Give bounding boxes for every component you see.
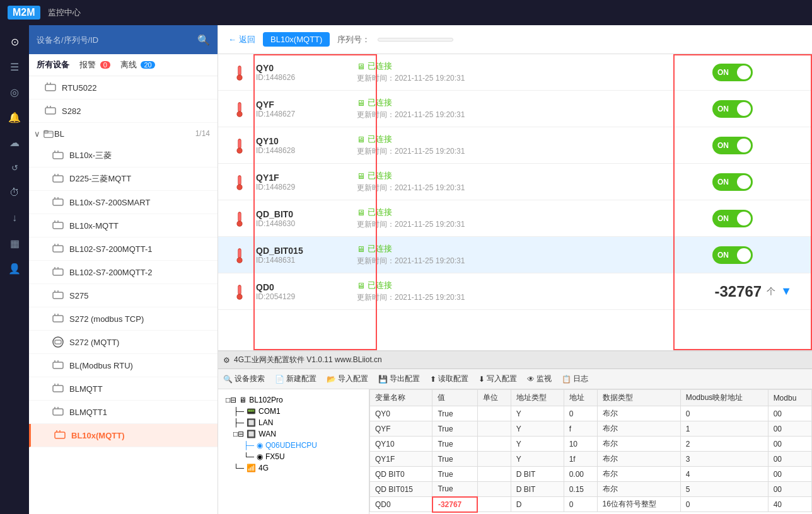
toggle-qyf[interactable]: ON bbox=[712, 100, 753, 118]
card-row-qd-bit0[interactable]: QD_BIT0 ID:1448630 🖥 已连接 更新时间：2021-11-25… bbox=[218, 200, 812, 237]
device-item-bl10x-mqtt[interactable]: BL10x-MQTT bbox=[29, 214, 218, 237]
cell-unit bbox=[477, 497, 511, 512]
monitor-icon: 🖥 bbox=[357, 208, 365, 217]
device-info-qy1f: QY1F ID:1448629 bbox=[256, 173, 357, 191]
cell-addr: 0 bbox=[564, 406, 597, 421]
bell-icon[interactable]: 🔔 bbox=[4, 107, 25, 127]
card-row-qy0[interactable]: QY0 ID:1448626 🖥 已连接 更新时间：2021-11-25 19:… bbox=[218, 54, 812, 91]
toolbar-write[interactable]: ⬇ 写入配置 bbox=[478, 374, 517, 384]
toggle-area-qyf: ON bbox=[663, 100, 802, 118]
toolbar-read[interactable]: ⬆ 读取配置 bbox=[430, 374, 468, 384]
dashboard-icon[interactable]: ⊙ bbox=[4, 31, 25, 52]
config-title-bar: ⚙ 4G工业网关配置软件 V1.0.11 www.BLiiot.cn bbox=[218, 351, 812, 369]
group-bl[interactable]: ∨ BL 1/14 bbox=[29, 123, 218, 144]
device-item-s275[interactable]: S275 bbox=[29, 284, 218, 307]
export-icon: 💾 bbox=[378, 375, 388, 384]
device-panel: 🔍 所有设备 报警 0 离线 20 RTU5022 S282 ∨ BL 1/ bbox=[29, 25, 218, 514]
device-info-qy10: QY10 ID:1448628 bbox=[256, 136, 357, 155]
tree-bl102pro[interactable]: □⊟ 🖥 BL102Pro bbox=[223, 394, 364, 406]
col-header-modbu2: Modbu bbox=[768, 390, 811, 406]
toggle-qy10[interactable]: ON bbox=[712, 137, 753, 154]
table-row-qd-bit015[interactable]: QD BIT015 True D BIT 0.15 布尔 5 00 bbox=[370, 482, 812, 497]
cell-name: QD BIT0 bbox=[370, 467, 432, 482]
grid-icon[interactable]: ▦ bbox=[4, 233, 25, 253]
toolbar-search[interactable]: 🔍 设备搜索 bbox=[223, 374, 265, 384]
tree-q06udehcpu[interactable]: ├─ ◉ Q06UDEHCPU bbox=[223, 440, 364, 451]
tree-lan[interactable]: ├─ 🔲 LAN bbox=[223, 417, 364, 428]
list-icon[interactable]: ☰ bbox=[4, 57, 25, 77]
toolbar-export[interactable]: 💾 导出配置 bbox=[378, 374, 420, 384]
toolbar-import[interactable]: 📂 导入配置 bbox=[327, 374, 368, 384]
tree-fx5u[interactable]: └─ ◉ FX5U bbox=[223, 451, 364, 462]
app-title: 监控中心 bbox=[48, 7, 81, 18]
cell-addr: 1f bbox=[564, 452, 597, 467]
config-icon[interactable]: ↺ bbox=[4, 157, 25, 178]
device-item-s272-modbus[interactable]: S272 (modbus TCP) bbox=[29, 307, 218, 331]
svg-rect-54 bbox=[238, 139, 241, 147]
cell-data-type: 布尔 bbox=[597, 467, 680, 482]
card-row-qd0[interactable]: QD0 ID:2054129 🖥 已连接 更新时间：2021-11-25 19:… bbox=[218, 273, 812, 310]
device-item-s272-mqtt[interactable]: S272 (MQTT) bbox=[29, 331, 218, 354]
tree-com1[interactable]: ├─ 📟 COM1 bbox=[223, 406, 364, 417]
device-item-bl10x-mqtt-selected[interactable]: BL10x(MQTT) bbox=[29, 424, 218, 447]
group-arrow: ∨ bbox=[34, 129, 40, 139]
table-row-qd-bit0[interactable]: QD BIT0 True D BIT 0.00 布尔 4 00 bbox=[370, 467, 812, 482]
connected-text: 🖥 已连接 bbox=[357, 170, 663, 181]
device-item-bl10x-s7[interactable]: BL10x-S7-200SMART bbox=[29, 191, 218, 214]
back-button[interactable]: ← 返回 bbox=[228, 34, 255, 45]
filter-all[interactable]: 所有设备 bbox=[37, 59, 69, 71]
card-row-qy1f[interactable]: QY1F ID:1448629 🖥 已连接 更新时间：2021-11-25 19… bbox=[218, 164, 812, 200]
cell-addr: 10 bbox=[564, 437, 597, 452]
tree-4g[interactable]: └─ 📶 4G bbox=[223, 462, 364, 474]
device-item-blmqtt[interactable]: BLMQTT bbox=[29, 377, 218, 401]
card-row-qyf[interactable]: QYF ID:1448627 🖥 已连接 更新时间：2021-11-25 19:… bbox=[218, 91, 812, 127]
toggle-area-qy0: ON bbox=[663, 64, 802, 81]
device-tab[interactable]: BL10x(MQTT) bbox=[263, 32, 330, 47]
table-row-qy10[interactable]: QY10 True Y 10 布尔 2 00 bbox=[370, 437, 812, 452]
device-icon-selected bbox=[54, 429, 66, 442]
toolbar-log[interactable]: 📋 日志 bbox=[562, 374, 588, 384]
device-item-s282[interactable]: S282 bbox=[29, 100, 218, 123]
svg-rect-48 bbox=[238, 66, 241, 74]
toggle-qy1f[interactable]: ON bbox=[712, 173, 753, 191]
table-row-qd0[interactable]: QD0 -32767 D 0 16位有符号整型 0 40 bbox=[370, 497, 812, 512]
user-icon[interactable]: 👤 bbox=[4, 258, 25, 278]
device-icon bbox=[52, 359, 64, 372]
location-icon[interactable]: ◎ bbox=[4, 82, 25, 102]
cell-value: True bbox=[432, 482, 477, 497]
search-input[interactable] bbox=[37, 35, 192, 45]
device-item-bl-modbus[interactable]: BL(Modbus RTU) bbox=[29, 354, 218, 377]
device-item-bl102-mqtt1[interactable]: BL102-S7-200MQTT-1 bbox=[29, 237, 218, 261]
numeric-value: -32767 bbox=[714, 283, 762, 300]
svg-rect-0 bbox=[45, 84, 55, 91]
search-icon[interactable]: 🔍 bbox=[197, 34, 210, 46]
clock-icon[interactable]: ⏱ bbox=[4, 183, 25, 203]
toolbar-monitor[interactable]: 👁 监视 bbox=[527, 374, 552, 384]
cell-modbus-addr: 0 bbox=[680, 497, 768, 512]
table-row-qy0[interactable]: QY0 True Y 0 布尔 0 00 bbox=[370, 406, 812, 421]
svg-rect-20 bbox=[53, 246, 63, 252]
device-filter: 所有设备 报警 0 离线 20 bbox=[29, 54, 218, 76]
filter-offline[interactable]: 离线 20 bbox=[120, 59, 155, 71]
cloud-icon[interactable]: ☁ bbox=[4, 132, 25, 152]
toggle-qy0[interactable]: ON bbox=[712, 64, 753, 81]
value-arrow-icon[interactable]: ▼ bbox=[780, 285, 792, 298]
device-item-blmqtt1[interactable]: BLMQTT1 bbox=[29, 401, 218, 424]
card-row-qd-bit015[interactable]: QD_BIT015 ID:1448631 🖥 已连接 更新时间：2021-11-… bbox=[218, 237, 812, 273]
table-row-qy1f[interactable]: QY1F True Y 1f 布尔 3 00 bbox=[370, 452, 812, 467]
filter-alarm[interactable]: 报警 0 bbox=[79, 59, 110, 71]
toolbar-new-label: 新建配置 bbox=[286, 374, 316, 384]
device-item-rtu5022[interactable]: RTU5022 bbox=[29, 76, 218, 100]
device-name: BL(Modbus RTU) bbox=[69, 361, 210, 370]
card-row-qy10[interactable]: QY10 ID:1448628 🖥 已连接 更新时间：2021-11-25 19… bbox=[218, 127, 812, 164]
toggle-qd-bit0[interactable]: ON bbox=[712, 210, 753, 227]
table-row-qyf[interactable]: QYF True Y f 布尔 1 00 bbox=[370, 421, 812, 437]
device-item-bl10x-mitsubishi[interactable]: BL10x-三菱 bbox=[29, 144, 218, 168]
toolbar-new[interactable]: 📄 新建配置 bbox=[275, 374, 316, 384]
tree-wan[interactable]: □⊟ 🔲 WAN bbox=[223, 428, 364, 440]
right-content: ← 返回 BL10x(MQTT) 序列号： QY0 bbox=[218, 25, 812, 514]
toggle-qd-bit015[interactable]: ON bbox=[712, 246, 753, 264]
download-icon[interactable]: ↓ bbox=[4, 208, 25, 228]
device-item-d225[interactable]: D225-三菱MQTT bbox=[29, 168, 218, 191]
device-item-bl102-mqtt2[interactable]: BL102-S7-200MQTT-2 bbox=[29, 261, 218, 284]
